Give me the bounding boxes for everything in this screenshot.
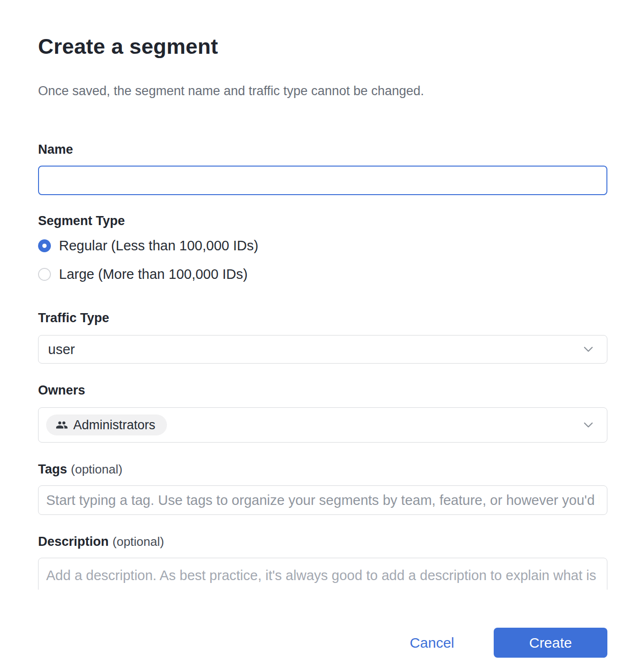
radio-regular[interactable]: Regular (Less than 100,000 IDs) [38, 237, 607, 254]
chevron-down-icon [581, 342, 595, 356]
radio-large[interactable]: Large (More than 100,000 IDs) [38, 266, 607, 283]
segment-name-input[interactable] [38, 166, 607, 195]
name-label: Name [38, 142, 607, 157]
radio-large-label: Large (More than 100,000 IDs) [59, 266, 248, 283]
name-section: Name [38, 142, 607, 195]
owner-chip-administrators[interactable]: Administrators [46, 414, 167, 435]
description-optional-text: (optional) [113, 534, 164, 549]
chevron-down-icon [581, 418, 595, 432]
owners-section: Owners Administrators [38, 383, 607, 443]
traffic-type-value: user [48, 342, 581, 357]
people-icon [56, 419, 68, 431]
segment-type-section: Segment Type Regular (Less than 100,000 … [38, 213, 607, 283]
tags-label: Tags(optional) [38, 462, 607, 477]
traffic-type-section: Traffic Type user [38, 310, 607, 364]
traffic-type-label: Traffic Type [38, 310, 607, 326]
description-textarea[interactable] [38, 558, 607, 590]
description-section: Description(optional) [38, 534, 607, 590]
radio-regular-label: Regular (Less than 100,000 IDs) [59, 237, 258, 254]
description-textarea-clip [38, 558, 607, 590]
tags-optional-text: (optional) [71, 462, 122, 476]
owners-label: Owners [38, 383, 607, 398]
traffic-type-select[interactable]: user [38, 335, 607, 364]
description-label-text: Description [38, 534, 109, 549]
segment-type-label: Segment Type [38, 213, 607, 228]
create-button[interactable]: Create [494, 628, 607, 658]
tags-label-text: Tags [38, 462, 67, 476]
page-title: Create a segment [38, 34, 607, 59]
owner-chip-label: Administrators [73, 418, 156, 433]
create-segment-dialog: Create a segment Once saved, the segment… [0, 0, 644, 658]
description-label: Description(optional) [38, 534, 607, 549]
dialog-subtitle: Once saved, the segment name and traffic… [38, 83, 607, 99]
owners-select[interactable]: Administrators [38, 407, 607, 443]
cancel-button[interactable]: Cancel [400, 630, 464, 656]
tags-input[interactable] [38, 485, 607, 515]
radio-button-icon[interactable] [38, 268, 51, 281]
tags-section: Tags(optional) [38, 462, 607, 515]
radio-button-icon[interactable] [38, 239, 51, 252]
dialog-footer: Cancel Create [38, 628, 607, 658]
